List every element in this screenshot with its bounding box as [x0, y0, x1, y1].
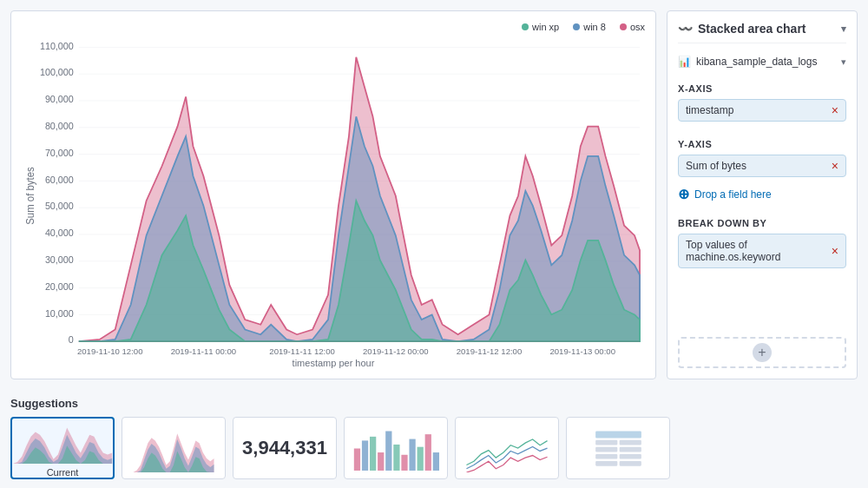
- svg-text:2019-11-11 00:00: 2019-11-11 00:00: [171, 347, 237, 354]
- suggestions-row: Current 3,944,331: [10, 417, 858, 479]
- breakdown-section-label: Break down by: [678, 218, 846, 228]
- svg-text:0: 0: [69, 335, 74, 346]
- svg-text:100,000: 100,000: [40, 68, 74, 78]
- svg-rect-34: [370, 436, 376, 470]
- suggestion-card-current[interactable]: Current: [10, 417, 115, 479]
- mini-chart-5: [456, 425, 558, 472]
- svg-rect-45: [619, 440, 641, 445]
- svg-rect-35: [378, 452, 384, 471]
- suggestion-label-current: Current: [47, 467, 79, 478]
- legend-dot-osx: [620, 23, 627, 30]
- svg-text:20,000: 20,000: [45, 281, 74, 292]
- svg-text:90,000: 90,000: [45, 95, 74, 105]
- breakdown-remove-button[interactable]: ×: [832, 245, 838, 257]
- svg-text:30,000: 30,000: [45, 254, 74, 265]
- svg-rect-47: [619, 447, 641, 452]
- svg-rect-38: [401, 454, 407, 470]
- datasource-chevron-icon[interactable]: ▾: [841, 56, 846, 68]
- right-panel: 〰️ Stacked area chart ▾ 📊 kibana_sample_…: [667, 10, 858, 379]
- datasource-label: kibana_sample_data_logs: [696, 56, 817, 68]
- svg-rect-36: [385, 431, 391, 470]
- chart-type-icon: 〰️: [678, 22, 693, 36]
- x-axis-section-label: X-axis: [678, 83, 846, 94]
- svg-rect-43: [595, 432, 641, 439]
- svg-rect-51: [619, 461, 641, 466]
- suggestion-card-table[interactable]: [566, 417, 670, 479]
- legend-dot-win8: [573, 23, 580, 30]
- svg-text:2019-11-11 12:00: 2019-11-11 12:00: [269, 347, 335, 354]
- legend-label-winxp: win xp: [532, 22, 559, 32]
- svg-text:2019-11-13 00:00: 2019-11-13 00:00: [549, 347, 615, 354]
- suggestion-card-2[interactable]: [122, 417, 226, 479]
- svg-rect-49: [619, 454, 641, 459]
- drop-field-button[interactable]: ⊕ Drop a field here: [678, 182, 846, 206]
- svg-text:70,000: 70,000: [45, 148, 74, 158]
- x-axis-section: X-axis timestamp ×: [678, 83, 846, 127]
- dashed-plus-icon: +: [753, 343, 772, 362]
- legend-dot-winxp: [522, 23, 529, 30]
- legend-label-osx: osx: [630, 22, 645, 32]
- chart-svg: Sum of bytes 110,000 100,000 90,000 80,0…: [22, 37, 645, 354]
- main-content: win xp win 8 osx Sum of bytes 110,000 10…: [0, 0, 868, 390]
- legend-item-winxp: win xp: [522, 22, 559, 32]
- mini-chart-2: [122, 425, 225, 472]
- y-axis-field-tag: Sum of bytes ×: [678, 155, 846, 177]
- chart-legend: win xp win 8 osx: [22, 22, 645, 32]
- panel-header: 〰️ Stacked area chart ▾: [678, 22, 846, 43]
- svg-rect-46: [595, 447, 617, 452]
- datasource-row[interactable]: 📊 kibana_sample_data_logs ▾: [678, 52, 846, 71]
- y-axis-section: Y-axis Sum of bytes × ⊕ Drop a field her…: [678, 139, 846, 206]
- svg-text:2019-11-12 00:00: 2019-11-12 00:00: [363, 347, 429, 354]
- svg-rect-41: [425, 434, 431, 471]
- svg-text:60,000: 60,000: [45, 175, 74, 185]
- drop-field-label: Drop a field here: [694, 188, 772, 201]
- breakdown-field-tag: Top values of machine.os.keyword ×: [678, 234, 846, 268]
- y-axis-section-label: Y-axis: [678, 139, 846, 149]
- y-axis-field-value: Sum of bytes: [686, 160, 746, 172]
- chart-panel: win xp win 8 osx Sum of bytes 110,000 10…: [10, 10, 656, 379]
- chart-type-label: Stacked area chart: [698, 22, 806, 36]
- suggestions-title: Suggestions: [10, 397, 858, 410]
- plus-icon: ⊕: [678, 186, 689, 202]
- breakdown-section: Break down by Top values of machine.os.k…: [678, 218, 846, 268]
- x-axis-label: timestamp per hour: [22, 358, 645, 368]
- suggestion-number-value: 3,944,331: [242, 437, 327, 459]
- svg-rect-37: [393, 444, 399, 470]
- chart-area: Sum of bytes 110,000 100,000 90,000 80,0…: [22, 37, 645, 354]
- table-icon: [595, 430, 642, 466]
- legend-item-osx: osx: [620, 22, 645, 32]
- y-axis-remove-button[interactable]: ×: [832, 160, 838, 172]
- svg-text:80,000: 80,000: [45, 121, 74, 131]
- mini-chart-current: [12, 419, 113, 464]
- mini-chart-bars: [352, 425, 439, 472]
- svg-rect-48: [595, 454, 617, 459]
- x-axis-field-tag: timestamp ×: [678, 99, 846, 122]
- svg-text:2019-11-10 12:00: 2019-11-10 12:00: [77, 347, 143, 354]
- svg-text:50,000: 50,000: [45, 201, 74, 212]
- suggestion-card-4[interactable]: [344, 417, 448, 479]
- svg-text:2019-11-12 12:00: 2019-11-12 12:00: [457, 347, 523, 354]
- svg-text:Sum of bytes: Sum of bytes: [24, 167, 36, 225]
- svg-rect-39: [409, 439, 415, 470]
- svg-rect-44: [595, 440, 617, 445]
- svg-text:10,000: 10,000: [45, 308, 74, 319]
- breakdown-field-value: Top values of machine.os.keyword: [686, 239, 780, 263]
- chart-type-chevron-icon[interactable]: ▾: [841, 23, 846, 35]
- datasource-icon: 📊: [678, 56, 691, 68]
- svg-text:110,000: 110,000: [40, 41, 74, 51]
- legend-label-win8: win 8: [583, 22, 606, 32]
- svg-rect-40: [418, 446, 424, 470]
- suggestion-card-number[interactable]: 3,944,331: [233, 417, 337, 479]
- legend-item-win8: win 8: [573, 22, 606, 32]
- svg-rect-50: [595, 461, 617, 466]
- dashed-drop-area[interactable]: +: [678, 337, 846, 368]
- x-axis-remove-button[interactable]: ×: [832, 104, 838, 116]
- x-axis-field-value: timestamp: [686, 104, 733, 116]
- svg-rect-33: [362, 440, 368, 471]
- suggestions-section: Suggestions Current 3,944,331: [0, 390, 868, 488]
- svg-text:40,000: 40,000: [45, 228, 74, 239]
- svg-rect-32: [354, 448, 360, 470]
- svg-rect-42: [433, 452, 439, 471]
- suggestion-card-5[interactable]: [455, 417, 559, 479]
